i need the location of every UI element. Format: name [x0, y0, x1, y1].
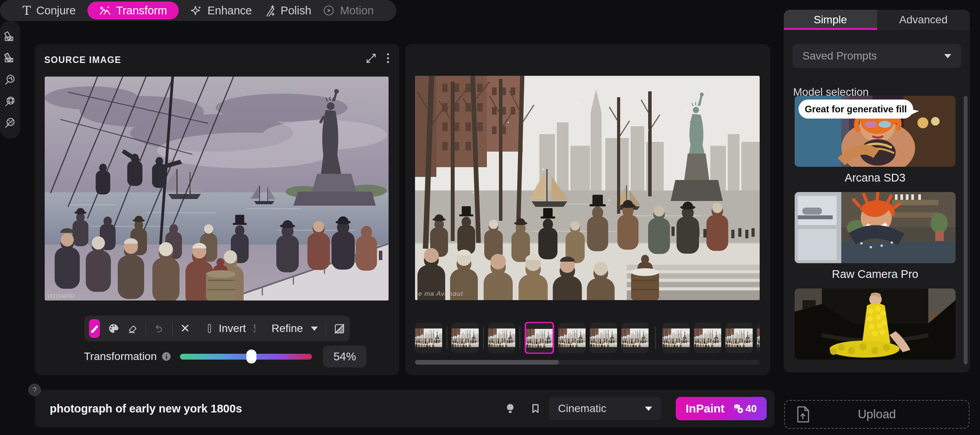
inpaint-label: InPaint — [686, 402, 725, 415]
tab-transform-label: Transform — [116, 4, 167, 17]
magnifier-path-icon[interactable] — [4, 73, 16, 86]
saved-prompts-label: Saved Prompts — [802, 50, 877, 62]
palette-icon — [108, 323, 119, 334]
model-card-arcana-sd3[interactable]: Great for generative fill Arcana SD3 — [795, 96, 956, 184]
upload-label: Upload — [858, 407, 896, 421]
tab-transform[interactable]: Transform — [87, 2, 179, 19]
tab-enhance[interactable]: Enhance — [190, 4, 252, 17]
prompt-input[interactable]: photograph of early new york 1800s — [50, 390, 242, 427]
kebab-menu-icon[interactable] — [385, 52, 391, 65]
source-image-panel: SOURCE IMAGE — [35, 44, 399, 375]
tab-polish-label: Polish — [281, 4, 311, 17]
thumbnail-selected[interactable] — [525, 322, 554, 354]
swatches-icon[interactable] — [4, 30, 16, 43]
result-image[interactable]: e ma Avanaut — [415, 76, 760, 300]
tab-simple[interactable]: Simple — [784, 10, 877, 30]
brush-icon — [89, 323, 100, 334]
mask-toolbar: ✕ Invert Refine — [84, 316, 350, 341]
lightbulb-icon[interactable] — [504, 402, 516, 415]
tab-advanced[interactable]: Advanced — [877, 10, 970, 30]
inpaint-button[interactable]: InPaint 40 — [676, 397, 767, 420]
tab-motion-label: Motion — [340, 4, 374, 17]
thumbnail-scrollbar-thumb[interactable] — [415, 360, 559, 365]
model-image-arcana[interactable]: Great for generative fill — [795, 96, 956, 167]
thumbnail[interactable] — [757, 323, 760, 353]
result-image-watermark: e ma Avanaut — [418, 290, 463, 298]
model-badge: Great for generative fill — [799, 100, 913, 119]
thumbnail[interactable] — [725, 323, 753, 353]
play-circle-icon — [323, 5, 335, 16]
refine-caret-icon[interactable] — [311, 327, 318, 331]
transformation-label: Transformation — [84, 350, 157, 363]
model-card-raw-camera-pro[interactable]: Raw Camera Pro — [795, 192, 956, 281]
thumbnail[interactable] — [558, 323, 586, 353]
thumbnail[interactable] — [663, 323, 690, 353]
tab-enhance-label: Enhance — [208, 4, 252, 17]
refine-label[interactable]: Refine — [272, 322, 303, 335]
coins-icon — [732, 403, 744, 414]
settings-tabs: Simple Advanced — [784, 10, 970, 30]
brush-tool-button[interactable] — [89, 319, 100, 338]
mask-preview-button[interactable] — [333, 319, 345, 338]
magnifier-mesh-icon[interactable] — [4, 95, 16, 108]
pen-sparkle-icon — [263, 5, 275, 16]
palette-tool-button[interactable] — [108, 319, 119, 338]
tab-conjure-label: Conjure — [36, 4, 76, 17]
prompt-bar: ? photograph of early new york 1800s Cin… — [35, 390, 774, 427]
variation-thumbnail-strip — [415, 322, 760, 354]
clear-mask-button[interactable]: ✕ — [180, 319, 190, 338]
mode-tab-bar: T Conjure Transform Enhance Polish Mot — [0, 0, 396, 21]
undo-button[interactable] — [153, 319, 164, 338]
file-upload-icon — [794, 405, 811, 424]
model-image-raw-camera[interactable] — [795, 192, 956, 263]
app-root: T Conjure Transform Enhance Polish Mot — [0, 0, 980, 435]
eraser-icon — [127, 323, 138, 334]
upload-button[interactable]: Upload — [784, 400, 970, 429]
transformation-value: 54% — [323, 346, 366, 367]
text-tool-icon: T — [23, 4, 31, 17]
settings-panel: Simple Advanced Saved Prompts Model sele… — [784, 10, 970, 372]
chevron-down-icon — [645, 407, 652, 411]
source-image[interactable]: 1911538782 — [45, 77, 389, 300]
chevron-down-icon — [944, 54, 951, 58]
thumbnail[interactable] — [694, 323, 721, 353]
model-card-third[interactable] — [795, 288, 956, 360]
transformation-info-icon[interactable] — [162, 352, 171, 361]
style-select[interactable]: Cinematic — [549, 397, 661, 420]
transformation-row: Transformation 54% — [35, 344, 399, 369]
settings-scrollbar-thumb[interactable] — [964, 96, 968, 364]
thumbnail[interactable] — [621, 323, 649, 353]
close-icon: ✕ — [180, 323, 190, 334]
mask-preview-icon — [333, 323, 345, 334]
transformation-slider-thumb[interactable] — [246, 349, 256, 363]
model-name: Raw Camera Pro — [795, 268, 956, 281]
tab-motion[interactable]: Motion — [323, 4, 374, 17]
saved-prompts-select[interactable]: Saved Prompts — [792, 44, 961, 68]
bookmark-icon[interactable] — [530, 403, 541, 414]
style-select-value: Cinematic — [558, 402, 606, 415]
image-sparkle-icon — [99, 5, 111, 16]
invert-info-icon[interactable] — [254, 324, 255, 333]
thumbnail[interactable] — [488, 323, 515, 353]
invert-label: Invert — [219, 322, 246, 335]
thumbnail[interactable] — [452, 323, 479, 353]
tab-conjure[interactable]: T Conjure — [23, 4, 76, 17]
tab-polish[interactable]: Polish — [263, 4, 311, 17]
thumbnail[interactable] — [415, 323, 442, 353]
invert-checkbox[interactable] — [208, 324, 211, 333]
thumbnail[interactable] — [590, 323, 617, 353]
model-name: Arcana SD3 — [795, 171, 956, 184]
inpaint-cost: 40 — [746, 403, 757, 415]
swatches-alt-icon[interactable] — [4, 52, 16, 64]
left-tool-rail — [0, 21, 20, 138]
model-image-third[interactable] — [795, 288, 956, 360]
result-panel: e ma Avanaut — [405, 44, 770, 375]
expand-icon[interactable] — [365, 52, 377, 64]
thumbnail-scrollbar[interactable] — [415, 360, 759, 365]
transformation-slider[interactable] — [180, 354, 312, 360]
help-badge[interactable]: ? — [28, 384, 41, 396]
sparkle-icon — [190, 5, 202, 16]
eraser-tool-button[interactable] — [127, 319, 138, 338]
undo-icon — [153, 323, 164, 334]
magnifier-slash-icon[interactable] — [4, 117, 16, 129]
